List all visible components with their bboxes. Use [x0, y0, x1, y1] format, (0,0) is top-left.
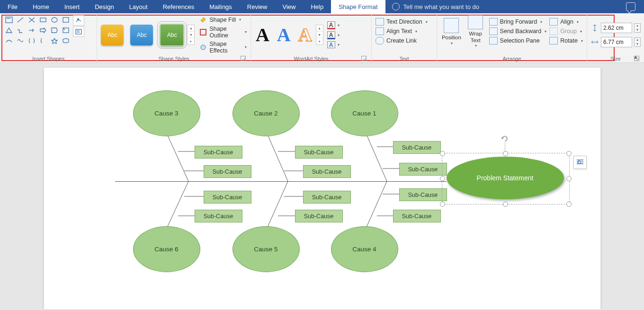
tab-layout[interactable]: Layout — [122, 0, 155, 13]
width-field[interactable]: 6.77 cm — [601, 37, 632, 47]
tab-review[interactable]: Review — [240, 0, 275, 13]
shape-width[interactable]: 6.77 cm ▲▼ — [590, 37, 641, 47]
tab-design[interactable]: Design — [87, 0, 121, 13]
comments-icon[interactable] — [626, 2, 635, 11]
svg-line-23 — [165, 129, 188, 181]
text-fill-button[interactable]: A▾ — [327, 21, 340, 29]
wordart-gallery[interactable]: A A A — [255, 23, 313, 47]
style-tile-green[interactable]: Abc — [160, 24, 184, 46]
sub-cause-box[interactable]: Sub-Cause — [295, 146, 343, 159]
cause-oval[interactable]: Cause 4 — [331, 226, 398, 272]
shape-fill-label: Shape Fill — [209, 17, 236, 23]
svg-point-15 — [78, 19, 79, 20]
shape-style-gallery[interactable]: Abc Abc Abc — [101, 24, 184, 46]
height-spin[interactable]: ▲▼ — [634, 23, 641, 33]
cause-oval[interactable]: Cause 6 — [133, 226, 200, 272]
resize-handle[interactable] — [566, 202, 572, 207]
wordart-style-blue[interactable]: A — [277, 26, 291, 44]
dialog-launcher-icon[interactable] — [361, 56, 367, 61]
resize-handle[interactable] — [566, 176, 572, 181]
width-spin[interactable]: ▲▼ — [634, 37, 641, 47]
send-backward-label: Send Backward — [500, 28, 542, 35]
resize-handle[interactable] — [503, 202, 508, 207]
shape-effects-button[interactable]: Shape Effects▾ — [199, 41, 246, 54]
group-label-text: Group — [560, 28, 577, 35]
rotate-button[interactable]: Rotate▾ — [549, 37, 583, 44]
sub-cause-box[interactable]: Sub-Cause — [399, 188, 447, 201]
cause-oval[interactable]: Cause 1 — [331, 90, 398, 136]
sub-cause-box[interactable]: Sub-Cause — [303, 191, 351, 204]
rotate-handle[interactable] — [501, 135, 509, 142]
ribbon: Insert Shapes Abc Abc Abc ▲▼▾ Shape Fill… — [0, 13, 644, 63]
wordart-style-black[interactable]: A — [256, 26, 269, 44]
bulb-icon — [392, 3, 400, 10]
sub-cause-box[interactable]: Sub-Cause — [399, 163, 447, 176]
tab-help[interactable]: Help — [303, 0, 331, 13]
edit-shape-button[interactable] — [73, 15, 84, 26]
shape-effects-label: Shape Effects — [209, 41, 241, 54]
sub-cause-box[interactable]: Sub-Cause — [393, 141, 441, 154]
sub-cause-box[interactable]: Sub-Cause — [295, 210, 343, 222]
height-field[interactable]: 2.62 cm — [601, 23, 632, 33]
align-text-button[interactable]: Align Text▾ — [376, 27, 428, 35]
sub-cause-box[interactable]: Sub-Cause — [204, 165, 251, 178]
resize-handle[interactable] — [440, 176, 445, 181]
sub-cause-box[interactable]: Sub-Cause — [204, 191, 251, 204]
document-canvas[interactable]: Cause 3 Cause 2 Cause 1 Cause 6 Cause 5 … — [44, 68, 600, 309]
wordart-style-orange[interactable]: A — [298, 26, 312, 44]
tell-me[interactable]: Tell me what you want to do — [385, 0, 479, 13]
tab-references[interactable]: References — [155, 0, 202, 13]
resize-handle[interactable] — [440, 151, 445, 156]
tab-home[interactable]: Home — [25, 0, 57, 13]
svg-rect-5 — [40, 18, 46, 22]
resize-handle[interactable] — [440, 202, 445, 207]
group-button[interactable]: Group▾ — [549, 27, 583, 35]
tab-file[interactable]: File — [0, 0, 25, 13]
svg-marker-14 — [52, 38, 57, 44]
tab-insert[interactable]: Insert — [57, 0, 88, 13]
shape-height[interactable]: 2.62 cm ▲▼ — [590, 23, 641, 33]
wrap-text-button[interactable]: Wrap Text▾ — [465, 15, 486, 48]
problem-statement-oval[interactable]: Problem Statement — [447, 157, 564, 199]
shape-gallery[interactable] — [4, 15, 71, 45]
send-backward-button[interactable]: Send Backward▾ — [489, 27, 547, 35]
cause-oval[interactable]: Cause 2 — [233, 90, 300, 136]
align-button[interactable]: Align▾ — [549, 18, 583, 26]
style-tile-blue[interactable]: Abc — [130, 25, 153, 45]
resize-handle[interactable] — [566, 151, 572, 156]
cause-oval[interactable]: Cause 5 — [233, 226, 300, 272]
svg-line-25 — [364, 129, 387, 181]
fishbone-spine — [115, 181, 447, 182]
text-effects-button[interactable]: A▾ — [327, 41, 340, 48]
sub-cause-box[interactable]: Sub-Cause — [195, 210, 242, 222]
tab-view[interactable]: View — [275, 0, 303, 13]
create-link-button[interactable]: Create Link — [376, 37, 428, 44]
style-gallery-scroll[interactable]: ▲▼▾ — [187, 25, 195, 45]
sub-cause-box[interactable]: Sub-Cause — [303, 165, 351, 178]
menu-bar: File Home Insert Design Layout Reference… — [0, 0, 644, 13]
bring-forward-button[interactable]: Bring Forward▾ — [489, 18, 547, 26]
tab-mailings[interactable]: Mailings — [202, 0, 240, 13]
wordart-gallery-scroll[interactable]: ▲▼▾ — [316, 25, 323, 45]
bring-forward-label: Bring Forward — [500, 18, 537, 25]
layout-options-button[interactable] — [573, 156, 587, 169]
sub-cause-box[interactable]: Sub-Cause — [195, 146, 242, 159]
width-icon — [590, 38, 599, 46]
style-tile-yellow[interactable]: Abc — [101, 25, 124, 45]
resize-handle[interactable] — [503, 151, 508, 156]
rotate-stem — [505, 142, 505, 152]
shape-fill-button[interactable]: Shape Fill▾ — [199, 16, 246, 24]
tab-shape-format[interactable]: Shape Format — [331, 0, 385, 13]
selection-pane-button[interactable]: Selection Pane — [489, 37, 547, 44]
text-direction-button[interactable]: Text Direction▾ — [376, 18, 428, 26]
shape-outline-button[interactable]: Shape Outline▾ — [199, 26, 246, 39]
text-outline-button[interactable]: A▾ — [327, 31, 340, 39]
svg-line-2 — [18, 18, 23, 22]
dialog-launcher-icon[interactable] — [241, 56, 246, 61]
sub-cause-box[interactable]: Sub-Cause — [393, 210, 441, 222]
create-link-label: Create Link — [386, 37, 417, 44]
position-button[interactable]: Position▾ — [441, 15, 462, 48]
collapse-ribbon-icon[interactable]: ▲ — [633, 54, 638, 60]
text-box-button[interactable] — [73, 27, 84, 37]
cause-oval[interactable]: Cause 3 — [133, 90, 200, 136]
